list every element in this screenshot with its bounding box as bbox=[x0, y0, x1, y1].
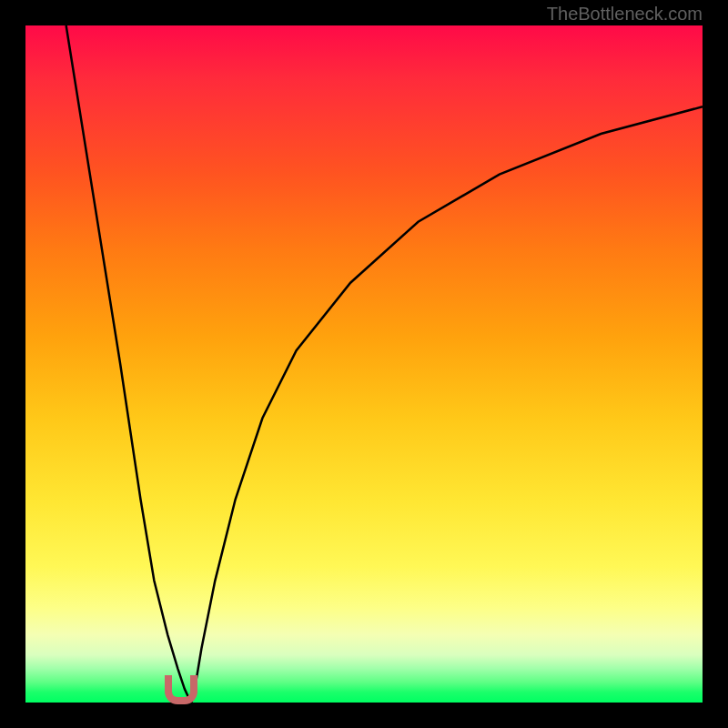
bottleneck-curve bbox=[25, 25, 703, 703]
watermark-text: TheBottleneck.com bbox=[547, 4, 703, 25]
optimal-point-marker bbox=[165, 675, 197, 704]
chart-plot-area bbox=[25, 25, 703, 703]
